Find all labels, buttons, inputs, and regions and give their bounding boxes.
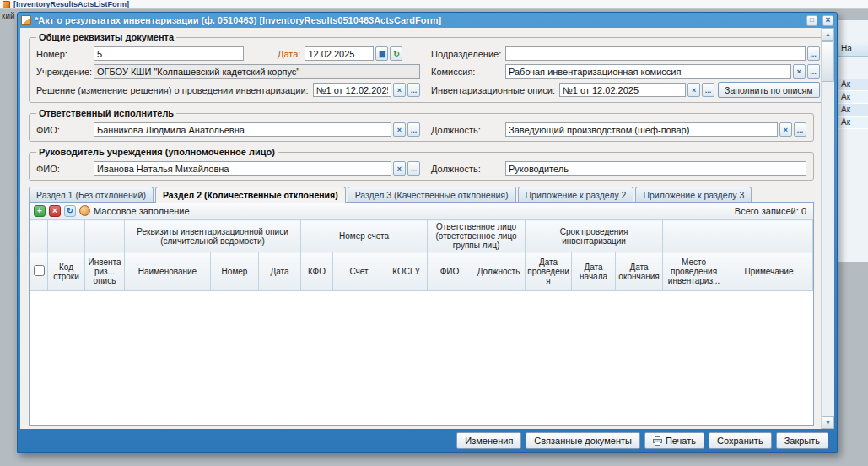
lookup-icon: ...	[810, 50, 817, 58]
head-fio-clear-button[interactable]: ×	[393, 161, 406, 176]
delete-icon: ×	[52, 206, 57, 215]
responsible-fio-clear-button[interactable]: ×	[393, 122, 406, 137]
commission-clear-button[interactable]: ×	[793, 64, 806, 79]
column-header-date-conducted[interactable]: Дата проведения	[526, 252, 572, 291]
column-header-row-code[interactable]: Код строки	[48, 252, 85, 291]
department-lookup-button[interactable]: ...	[807, 46, 820, 61]
responsible-fio-lookup-button[interactable]: ...	[407, 122, 420, 137]
decision-lookup-button[interactable]: ...	[407, 83, 420, 97]
date-input[interactable]	[305, 46, 374, 61]
scroll-up-icon: ▲	[825, 31, 831, 37]
dialog-window: *Акт о результатах инвентаризации (ф. 05…	[17, 12, 838, 453]
mass-fill-label: Массовое заполнение	[94, 206, 190, 216]
tab-appendix-3[interactable]: Приложение к разделу 3	[635, 187, 752, 202]
lookup-icon: ...	[411, 126, 418, 134]
select-all-checkbox[interactable]	[34, 265, 45, 276]
inventories-clear-button[interactable]: ×	[687, 83, 700, 97]
delete-row-button[interactable]: ×	[49, 205, 61, 217]
parent-window-title: [InventoryResultsActsListForm]	[13, 0, 129, 9]
dialog-content: Общие реквизиты документа Номер: Дата: ▦…	[20, 28, 834, 429]
responsible-position-lookup-button[interactable]: ...	[794, 122, 806, 137]
inventories-lookup-button[interactable]: ...	[702, 83, 714, 97]
scroll-down-button[interactable]: ▼	[822, 416, 834, 429]
group-header-responsible: Ответственное лицо (ответственное лицо г…	[428, 220, 526, 252]
column-header-position[interactable]: Должность	[472, 252, 526, 291]
clear-icon: ×	[692, 86, 696, 95]
responsible-position-label: Должность:	[431, 125, 505, 135]
decision-input[interactable]	[313, 83, 391, 97]
column-header-date[interactable]: Дата	[259, 252, 301, 291]
clear-icon: ×	[397, 126, 402, 134]
close-button[interactable]: ×	[822, 15, 833, 26]
column-header-kosgu[interactable]: КОСГУ	[385, 252, 428, 291]
close-form-button[interactable]: Закрыть	[776, 432, 828, 449]
responsible-legend: Ответственный исполнитель	[36, 108, 176, 118]
print-button[interactable]: Печать	[644, 432, 704, 449]
lookup-icon: ...	[411, 165, 418, 173]
commission-lookup-button[interactable]: ...	[807, 64, 820, 79]
fill-by-lists-button[interactable]: Заполнить по описям	[718, 82, 819, 98]
column-header-number[interactable]: Номер	[211, 252, 259, 291]
head-fio-lookup-button[interactable]: ...	[407, 161, 420, 176]
responsible-section: Ответственный исполнитель ФИО: × ... Дол…	[29, 108, 814, 142]
column-header-date-start[interactable]: Дата начала	[572, 252, 616, 291]
number-label: Номер:	[36, 49, 94, 59]
add-row-button[interactable]: +	[34, 205, 46, 217]
section-tabs: Раздел 1 (Без отклонений) Раздел 2 (Коли…	[29, 187, 814, 202]
commission-input[interactable]	[505, 64, 791, 79]
column-header-place[interactable]: Место проведения инвентариз...	[663, 252, 725, 291]
lookup-icon: ...	[810, 68, 817, 76]
responsible-position-clear-button[interactable]: ×	[779, 122, 792, 137]
column-header-account[interactable]: Счет	[333, 252, 385, 291]
header-blank	[30, 220, 48, 252]
column-header-date-end[interactable]: Дата окончания	[616, 252, 663, 291]
background-grid: На Ак Ак Ак Ак	[838, 20, 868, 262]
save-button[interactable]: Сохранить	[709, 432, 772, 449]
mass-fill-button[interactable]: Массовое заполнение	[79, 205, 190, 216]
scrollbar-thumb[interactable]	[822, 41, 834, 82]
dialog-footer: Изменения Связанные документы Печать Сох…	[18, 429, 837, 452]
print-button-label: Печать	[666, 436, 696, 446]
header-blank	[663, 220, 725, 252]
department-input[interactable]	[505, 46, 806, 61]
institution-input[interactable]	[94, 64, 420, 79]
vertical-scrollbar[interactable]: ▲ ▼	[821, 28, 834, 429]
refresh-date-icon: ↻	[393, 50, 400, 58]
dialog-titlebar[interactable]: *Акт о результатах инвентаризации (ф. 05…	[18, 13, 837, 28]
general-legend: Общие реквизиты документа	[36, 32, 176, 42]
decision-label: Решение (изменение решения) о проведении…	[36, 85, 309, 95]
tab-appendix-2[interactable]: Приложение к разделу 2	[518, 187, 634, 202]
group-header-account: Номер счета	[301, 220, 428, 252]
tab-section-2[interactable]: Раздел 2 (Количественные отклонения)	[155, 187, 346, 203]
column-header-inventory-list[interactable]: Инвентариз... опись	[85, 252, 125, 291]
head-fio-label: ФИО:	[36, 164, 94, 174]
app-icon	[3, 1, 10, 8]
number-input[interactable]	[94, 46, 244, 61]
column-header-kfo[interactable]: КФО	[301, 252, 333, 291]
head-fio-input[interactable]	[94, 161, 391, 176]
decision-clear-button[interactable]: ×	[393, 83, 406, 97]
records-count: Всего записей: 0	[735, 206, 809, 216]
calendar-button[interactable]: ▦	[375, 46, 388, 61]
printer-icon	[653, 436, 662, 446]
related-documents-button[interactable]: Связанные документы	[526, 432, 640, 449]
head-section: Руководитель учреждения (уполномоченное …	[29, 147, 814, 181]
head-position-input[interactable]	[505, 161, 806, 176]
tab-section-3[interactable]: Раздел 3 (Качественные отклонения)	[348, 187, 516, 202]
tab-section-1[interactable]: Раздел 1 (Без отклонений)	[29, 187, 154, 202]
changes-button[interactable]: Изменения	[456, 432, 521, 449]
responsible-position-input[interactable]	[505, 122, 778, 137]
refresh-button[interactable]: ↻	[64, 205, 76, 217]
column-header-fio[interactable]: ФИО	[428, 252, 472, 291]
responsible-fio-input[interactable]	[94, 122, 391, 137]
column-header-note[interactable]: Примечание	[725, 252, 813, 291]
commission-label: Комиссия:	[431, 67, 505, 77]
group-header-period: Срок проведения инвентаризации	[526, 220, 663, 252]
maximize-button[interactable]: □	[806, 15, 817, 26]
column-header-name[interactable]: Наименование	[125, 252, 211, 291]
current-date-button[interactable]: ↻	[390, 46, 402, 61]
mass-fill-icon	[79, 205, 90, 216]
background-grid-cell: Ак	[838, 116, 868, 129]
scroll-up-button[interactable]: ▲	[822, 28, 834, 41]
inventories-input[interactable]	[559, 83, 686, 97]
